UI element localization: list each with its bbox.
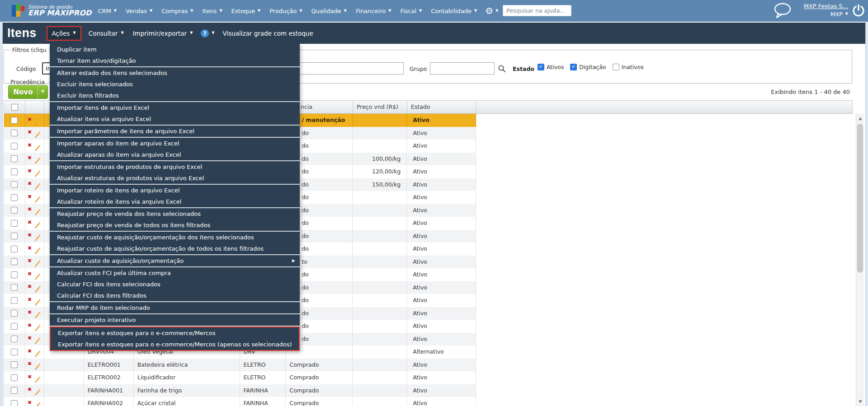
actions-menu-item[interactable]: Atualizar estruturas de produtos via arq… [50,173,300,184]
scroll-down-arrow-icon[interactable] [856,398,864,405]
row-checkbox[interactable] [11,271,18,278]
vertical-scrollbar[interactable] [856,114,864,406]
edit-pencil-icon[interactable] [34,130,41,136]
actions-menu-item[interactable]: Duplicar item [50,44,300,55]
edit-pencil-icon[interactable] [34,233,41,239]
edit-pencil-icon[interactable] [34,181,41,188]
nav-item-financeiro[interactable]: Financeiro [356,8,392,14]
chevron-down-icon[interactable] [212,31,214,35]
actions-menu-item[interactable]: Importar aparas do item de arquivo Excel [50,138,300,149]
delete-icon[interactable] [28,153,32,166]
checkbox-ativos[interactable] [538,64,544,70]
filters-legend[interactable]: Filtros (cliqu [10,47,48,53]
edit-pencil-icon[interactable] [34,349,41,355]
delete-icon[interactable] [28,371,32,384]
nav-item-estoque[interactable]: Estoque [231,8,261,14]
actions-menu-item[interactable]: Exportar itens e estoques para o e-comme… [51,327,299,339]
delete-icon[interactable] [28,333,32,346]
settings-menu[interactable] [485,5,498,16]
delete-icon[interactable] [28,281,32,294]
actions-menu-item[interactable]: Reajustar preço de venda dos itens selec… [50,208,300,219]
app-logo[interactable]: Sistema de gestão ERP MAXIPROD [12,4,91,18]
delete-icon[interactable] [28,397,32,406]
scroll-up-arrow-icon[interactable] [856,115,864,122]
edit-pencil-icon[interactable] [34,387,41,394]
row-checkbox[interactable] [11,194,18,201]
edit-pencil-icon[interactable] [34,168,41,175]
actions-menu-item[interactable]: Atualizar custo FCI pela última compra [50,267,300,279]
select-all-checkbox[interactable] [11,104,18,111]
row-checkbox[interactable] [11,387,18,394]
edit-pencil-icon[interactable] [34,207,41,214]
menu-acoes[interactable]: Ações [47,26,81,41]
nav-item-vendas[interactable]: Vendas [126,8,152,14]
column-header-estado[interactable]: Estado [407,101,476,113]
delete-icon[interactable] [28,165,32,178]
novo-dropdown-toggle[interactable] [38,85,47,98]
table-row[interactable]: FARINHA002Açúcar cristalFARINHACompradoA… [4,397,476,406]
logout-power-icon[interactable] [852,4,865,20]
checkbox-digitação[interactable] [570,64,577,70]
edit-pencil-icon[interactable] [34,361,41,368]
row-checkbox[interactable] [11,168,18,175]
delete-icon[interactable] [28,307,32,320]
nav-item-crm[interactable]: CRM [98,8,116,14]
row-checkbox[interactable] [11,336,18,342]
delete-icon[interactable] [28,178,32,191]
table-row[interactable]: FARINHA001Farinha de trigoFARINHAComprad… [4,384,476,397]
delete-icon[interactable] [28,294,32,307]
row-checkbox[interactable] [11,310,18,317]
actions-menu-item[interactable]: Atualizar aparas do item via arquivo Exc… [50,149,300,160]
edit-pencil-icon[interactable] [34,155,41,162]
delete-icon[interactable] [28,204,32,217]
scrollbar-thumb[interactable] [857,124,863,273]
edit-pencil-icon[interactable] [34,336,41,342]
nav-item-itens[interactable]: Itens [202,8,222,14]
actions-menu-item[interactable]: Importar itens de arquivo Excel [50,102,300,113]
nav-item-qualidade[interactable]: Qualidade [311,8,347,14]
row-checkbox[interactable] [11,155,18,162]
nav-item-produção[interactable]: Produção [269,8,302,14]
actions-menu-item[interactable]: Atualizar roteiro de itens via arquivo E… [50,196,300,207]
actions-menu-item[interactable]: Reajustar custo de aquisição/orçamentaçã… [50,243,300,254]
row-checkbox[interactable] [11,130,18,136]
row-checkbox[interactable] [11,181,18,188]
nav-item-contabilidade[interactable]: Contabilidade [431,8,477,14]
delete-icon[interactable] [28,359,32,372]
page-help-icon[interactable] [201,29,209,37]
actions-menu-item[interactable]: Rodar MRP do item selecionado [50,302,300,313]
delete-icon[interactable] [28,114,32,127]
actions-menu-item[interactable]: Exportar itens e estoques para o e-comme… [51,339,299,350]
edit-pencil-icon[interactable] [34,323,41,330]
select-all-cell[interactable] [4,101,25,113]
delete-icon[interactable] [28,140,32,153]
edit-pencil-icon[interactable] [34,297,41,304]
actions-menu-item[interactable]: Calcular FCI dos itens selecionados [50,279,300,290]
edit-pencil-icon[interactable] [34,374,41,381]
actions-menu-item[interactable]: Atualizar itens via arquivo Excel [50,113,300,125]
delete-icon[interactable] [28,320,32,333]
actions-menu-item[interactable]: Atualizar custo de aquisição/orçamentaçã… [50,255,300,266]
account-switcher[interactable]: MXP [830,11,848,18]
row-checkbox[interactable] [11,284,18,291]
row-checkbox[interactable] [11,233,18,239]
edit-pencil-icon[interactable] [34,246,41,252]
delete-icon[interactable] [28,217,32,230]
row-checkbox[interactable] [11,297,18,304]
delete-icon[interactable] [28,384,32,397]
actions-menu-item[interactable]: Calcular FCI dos itens filtrados [50,290,300,301]
edit-pencil-icon[interactable] [34,194,41,201]
table-row[interactable]: ELETRO001Batedeira elétricaELETROComprad… [4,359,476,372]
actions-menu-item[interactable]: Importar parâmetros de itens de arquivo … [50,126,300,137]
visualizar-grade-link[interactable]: Visualizar grade com estoque [222,30,313,37]
nav-item-fiscal[interactable]: Fiscal [400,8,422,14]
actions-menu-item[interactable]: Importar roteiro de itens de arquivo Exc… [50,185,300,196]
row-checkbox[interactable] [11,220,18,227]
delete-icon[interactable] [28,243,32,256]
row-checkbox[interactable] [11,349,18,355]
row-checkbox[interactable] [11,207,18,214]
grupo-input[interactable] [430,62,495,75]
nav-item-compras[interactable]: Compras [161,8,193,14]
delete-icon[interactable] [28,256,32,269]
edit-pencil-icon[interactable] [34,310,41,317]
